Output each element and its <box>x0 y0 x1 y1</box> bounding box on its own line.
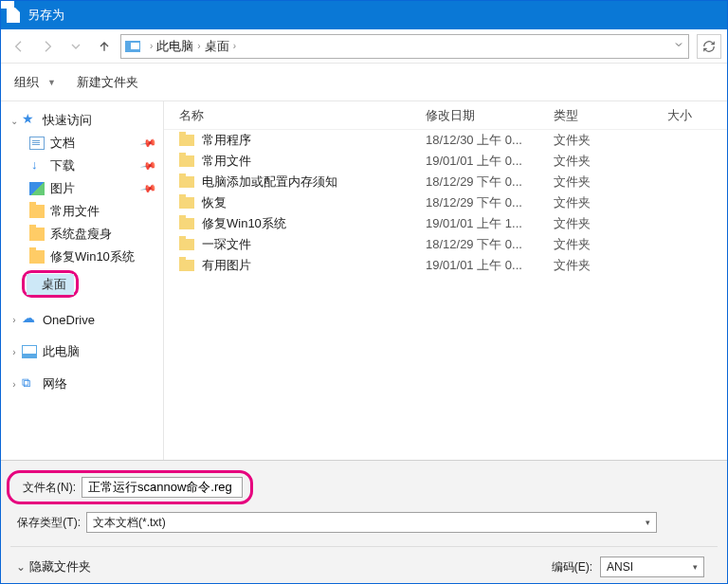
list-item[interactable]: 修复Win10系统19/01/01 上午 1...文件夹 <box>164 213 727 234</box>
col-size[interactable]: 大小 <box>667 107 727 124</box>
chevron-down-icon: ⌄ <box>9 116 20 126</box>
star-icon <box>22 114 37 127</box>
tree-label: 快速访问 <box>43 112 92 129</box>
col-name[interactable]: 名称 <box>179 107 426 124</box>
title-bar: 另存为 <box>1 1 727 29</box>
address-dropdown-icon[interactable] <box>673 39 684 53</box>
cloud-icon <box>22 313 37 326</box>
folder-icon <box>179 260 194 271</box>
tree-onedrive[interactable]: › OneDrive <box>1 308 163 331</box>
command-bar: 组织 ▼ 新建文件夹 <box>1 64 727 101</box>
file-rows: 常用程序18/12/30 上午 0...文件夹常用文件19/01/01 上午 0… <box>164 130 727 276</box>
folder-icon <box>179 239 194 250</box>
tree-freq-files[interactable]: 常用文件 <box>1 200 163 223</box>
location-icon <box>125 41 140 52</box>
tree-label: 图片 <box>50 180 75 197</box>
folder-icon <box>29 228 45 241</box>
document-icon <box>29 137 45 150</box>
tree-label: 常用文件 <box>50 203 100 220</box>
encoding-value: ANSI <box>607 560 633 574</box>
tree-label: OneDrive <box>43 313 95 327</box>
file-type: 文件夹 <box>554 194 667 211</box>
filetype-select[interactable]: 文本文档(*.txt) ▾ <box>86 512 657 533</box>
folder-icon <box>179 197 194 209</box>
list-item[interactable]: 电脑添加或配置内存须知18/12/29 下午 0...文件夹 <box>164 172 727 192</box>
file-name: 常用文件 <box>202 153 251 170</box>
list-item[interactable]: 常用文件19/01/01 上午 0...文件夹 <box>164 151 727 172</box>
network-icon <box>22 377 37 391</box>
breadcrumb-sep-icon: › <box>197 41 200 51</box>
list-item[interactable]: 恢复18/12/29 下午 0...文件夹 <box>164 192 727 213</box>
new-folder-button[interactable]: 新建文件夹 <box>77 74 138 91</box>
organize-button[interactable]: 组织 ▼ <box>14 74 56 91</box>
tree-label: 桌面 <box>42 276 66 293</box>
list-item[interactable]: 常用程序18/12/30 上午 0...文件夹 <box>164 130 727 151</box>
nav-forward-button[interactable] <box>35 34 60 59</box>
footer-row: ⌄ 隐藏文件夹 编码(E): ANSI ▾ <box>10 546 718 577</box>
breadcrumb-folder[interactable]: 桌面 <box>205 38 229 55</box>
tree-network[interactable]: › 网络 <box>1 373 163 395</box>
file-date: 18/12/29 下午 0... <box>426 194 554 211</box>
tree-label: 文档 <box>50 135 75 152</box>
tree-downloads[interactable]: 下载 📌 <box>1 155 163 177</box>
app-icon <box>7 8 20 23</box>
filetype-label: 保存类型(T): <box>14 515 81 531</box>
tree-this-pc[interactable]: › 此电脑 <box>1 340 163 363</box>
address-bar[interactable]: › 此电脑 › 桌面 › <box>120 34 689 59</box>
tree-label: 下载 <box>50 157 75 174</box>
nav-up-button[interactable] <box>92 34 117 59</box>
chevron-right-icon: › <box>9 347 20 357</box>
filename-input[interactable] <box>82 477 243 498</box>
window-title: 另存为 <box>27 7 64 24</box>
list-item[interactable]: 一琛文件18/12/29 下午 0...文件夹 <box>164 234 727 255</box>
folder-icon <box>179 135 194 146</box>
tree-label: 修复Win10系统 <box>50 248 135 265</box>
file-type: 文件夹 <box>554 132 667 149</box>
nav-recent-dropdown[interactable] <box>64 34 88 59</box>
chevron-down-icon: ▾ <box>646 518 650 527</box>
encoding-select[interactable]: ANSI ▾ <box>600 557 704 577</box>
nav-tree: ⌄ 快速访问 文档 📌 下载 📌 图片 📌 常用文件 <box>1 101 164 460</box>
tree-pictures[interactable]: 图片 📌 <box>1 177 163 200</box>
tree-label: 网络 <box>43 375 67 392</box>
download-icon <box>29 159 45 173</box>
pc-icon <box>22 345 37 358</box>
folder-icon <box>29 205 45 218</box>
tree-fix-win10[interactable]: 修复Win10系统 <box>1 246 163 268</box>
file-date: 19/01/01 上午 1... <box>426 215 554 232</box>
highlight-ring: 文件名(N): <box>7 470 253 504</box>
pin-icon: 📌 <box>140 157 158 175</box>
tree-sys-slim[interactable]: 系统盘瘦身 <box>1 223 163 246</box>
chevron-right-icon: › <box>9 315 20 325</box>
file-name: 有用图片 <box>202 257 251 274</box>
file-type: 文件夹 <box>554 153 667 170</box>
tree-documents[interactable]: 文档 📌 <box>1 132 163 155</box>
nav-back-button[interactable] <box>7 34 31 59</box>
refresh-button[interactable] <box>697 34 721 59</box>
file-type: 文件夹 <box>554 236 667 253</box>
nav-row: › 此电脑 › 桌面 › <box>1 29 727 64</box>
tree-quick-access[interactable]: ⌄ 快速访问 <box>1 109 163 132</box>
file-date: 18/12/29 下午 0... <box>426 173 554 191</box>
col-type[interactable]: 类型 <box>554 107 667 124</box>
bottom-panel: 文件名(N): 保存类型(T): 文本文档(*.txt) ▾ ⌄ 隐藏文件夹 编… <box>1 460 727 583</box>
file-type: 文件夹 <box>554 257 667 274</box>
encoding-label: 编码(E): <box>552 559 592 575</box>
file-name: 恢复 <box>202 194 227 211</box>
tree-label: 此电脑 <box>43 343 80 360</box>
tree-desktop-selected[interactable]: 桌面 <box>22 270 159 297</box>
filetype-field: 保存类型(T): 文本文档(*.txt) ▾ <box>10 512 718 533</box>
folder-icon <box>29 250 45 264</box>
folder-icon <box>179 155 194 167</box>
breadcrumb-root[interactable]: 此电脑 <box>156 38 193 55</box>
organize-label: 组织 <box>14 74 39 91</box>
list-item[interactable]: 有用图片19/01/01 上午 0...文件夹 <box>164 255 727 276</box>
pictures-icon <box>29 182 45 195</box>
file-type: 文件夹 <box>554 173 667 191</box>
hide-folders-toggle[interactable]: 隐藏文件夹 <box>29 558 91 575</box>
breadcrumb-sep-icon: › <box>150 41 153 51</box>
col-modified[interactable]: 修改日期 <box>426 107 554 124</box>
file-type: 文件夹 <box>554 215 667 232</box>
column-headers: 名称 修改日期 类型 大小 <box>164 101 727 130</box>
tree-label: 系统盘瘦身 <box>50 226 112 243</box>
